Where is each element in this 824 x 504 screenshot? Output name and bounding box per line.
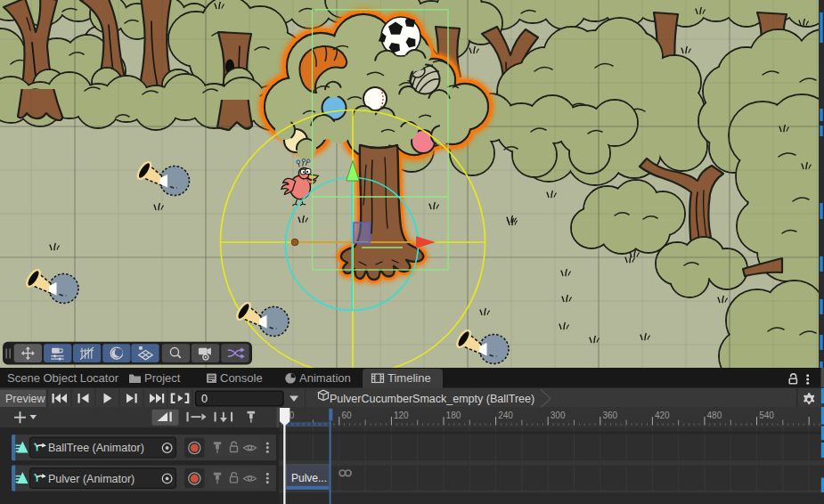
svg-text:BallTree (Animator): BallTree (Animator) (48, 442, 144, 454)
svg-text:420: 420 (655, 411, 670, 420)
svg-text:120: 120 (394, 411, 409, 420)
svg-text:Preview: Preview (5, 393, 45, 405)
svg-text:0: 0 (290, 411, 295, 420)
svg-text:Console: Console (220, 371, 263, 385)
svg-text:480: 480 (707, 411, 722, 420)
svg-text:540: 540 (759, 411, 774, 420)
svg-text:360: 360 (602, 411, 617, 420)
svg-text:Project: Project (144, 371, 181, 385)
svg-text:180: 180 (446, 411, 461, 420)
svg-text:Timeline: Timeline (388, 371, 431, 385)
svg-text:PulverCucumberSmack_empty (Bal: PulverCucumberSmack_empty (BallTree) (330, 393, 534, 405)
svg-text:60: 60 (341, 411, 352, 420)
svg-text:Pulve...: Pulve... (291, 472, 327, 484)
svg-text:Animation: Animation (299, 371, 351, 385)
svg-text:300: 300 (551, 411, 566, 420)
svg-text:Scene Object Locator: Scene Object Locator (7, 371, 119, 385)
svg-text:0: 0 (201, 393, 208, 405)
svg-text:Pulver (Animator): Pulver (Animator) (48, 473, 135, 485)
svg-text:240: 240 (498, 411, 513, 420)
